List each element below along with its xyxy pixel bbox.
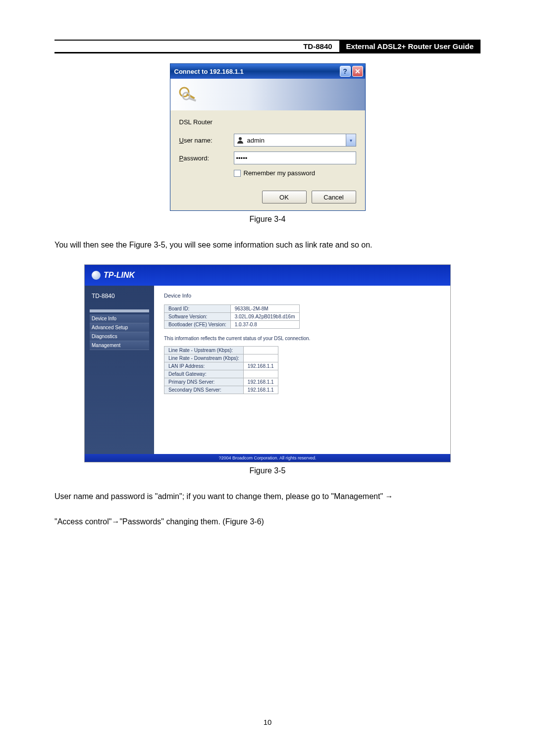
cell-downstream-label: Line Rate - Downstream (Kbps):: [164, 354, 244, 362]
auth-titlebar: Connect to 192.168.1.1 ? ✕: [170, 64, 365, 79]
sidebar-item-management[interactable]: Management: [90, 341, 149, 350]
cell-software-version-value: 3.02L.09.A2pB019b8.d16m: [230, 312, 299, 320]
help-button[interactable]: ?: [340, 66, 351, 77]
figure-caption-3-4: Figure 3-4: [54, 215, 481, 224]
help-icon: ?: [343, 67, 347, 75]
cell-bootloader-value: 1.0.37-0.8: [230, 320, 299, 328]
auth-dialog-title: Connect to 192.168.1.1: [174, 68, 244, 75]
figure-caption-3-5: Figure 3-5: [54, 466, 481, 475]
page-header: TD-8840 External ADSL2+ Router User Guid…: [54, 40, 481, 53]
cell-software-version-label: Software Version:: [164, 312, 231, 320]
page-number: 10: [0, 718, 535, 726]
cell-board-id-value: 96338L-2M-8M: [230, 304, 299, 312]
admin-topbar: TP-LINK: [85, 265, 450, 286]
cell-primary-dns-label: Primary DNS Server:: [164, 378, 244, 386]
chevron-down-icon[interactable]: ▾: [346, 134, 356, 146]
system-info-table: Board ID:96338L-2M-8M Software Version:3…: [164, 304, 300, 329]
cell-upstream-label: Line Rate - Upstream (Kbps):: [164, 346, 244, 354]
sidebar-item-diagnostics[interactable]: Diagnostics: [90, 332, 149, 341]
content-heading: Device Info: [164, 293, 440, 299]
password-label: Password:: [179, 154, 234, 162]
svg-point-4: [239, 137, 242, 140]
cell-lan-ip-label: LAN IP Address:: [164, 362, 244, 370]
cell-bootloader-label: Bootloader (CFE) Version:: [164, 320, 231, 328]
connection-info-table: Line Rate - Upstream (Kbps): Line Rate -…: [164, 346, 278, 394]
router-admin-screenshot: TP-LINK TD-8840 Device Info Advanced Set…: [84, 264, 451, 462]
status-note: This information reflects the current st…: [164, 336, 440, 341]
keys-icon: [176, 83, 199, 106]
body-paragraph-1: You will then see the Figure 3-5, you wi…: [54, 239, 481, 252]
username-value: admin: [247, 137, 265, 144]
password-value: •••••: [236, 154, 248, 162]
sidebar-item-device-info[interactable]: Device Info: [90, 314, 149, 323]
close-icon: ✕: [355, 67, 361, 75]
cancel-button[interactable]: Cancel: [312, 191, 356, 203]
cell-secondary-dns-label: Secondary DNS Server:: [164, 386, 244, 394]
auth-realm-label: DSL Router: [179, 118, 356, 126]
admin-sidebar: TD-8840 Device Info Advanced Setup Diagn…: [85, 286, 154, 454]
username-label: User name:: [179, 137, 234, 144]
cell-secondary-dns-value: 192.168.1.1: [243, 386, 278, 394]
cell-downstream-value: [243, 354, 278, 362]
tplink-logo: TP-LINK: [92, 271, 135, 280]
body-paragraph-2: User name and password is "admin"; if yo…: [54, 490, 481, 503]
remember-checkbox[interactable]: [234, 170, 241, 177]
close-button[interactable]: ✕: [352, 66, 363, 77]
cell-board-id-label: Board ID:: [164, 304, 231, 312]
cell-upstream-value: [243, 346, 278, 354]
auth-banner: [170, 79, 365, 110]
body-paragraph-3: "Access control"→"Passwords" changing th…: [54, 515, 481, 528]
remember-label: Remember my password: [244, 169, 316, 177]
sidebar-model: TD-8840: [90, 293, 149, 300]
password-input[interactable]: •••••: [234, 151, 356, 164]
tplink-logo-icon: [92, 271, 101, 280]
cell-primary-dns-value: 192.168.1.1: [243, 378, 278, 386]
admin-content: Device Info Board ID:96338L-2M-8M Softwa…: [154, 286, 450, 454]
sidebar-separator: [90, 304, 149, 312]
header-model: TD-8840: [296, 41, 339, 52]
cell-gateway-label: Default Gateway:: [164, 370, 244, 378]
auth-dialog: Connect to 192.168.1.1 ? ✕ DSL Router Us…: [170, 63, 366, 211]
person-icon: [236, 136, 244, 144]
ok-button[interactable]: OK: [262, 191, 307, 203]
username-combobox[interactable]: admin ▾: [234, 134, 356, 147]
admin-footer: ?2004 Broadcom Corporation. All rights r…: [85, 454, 450, 462]
cell-gateway-value: [243, 370, 278, 378]
cell-lan-ip-value: 192.168.1.1: [243, 362, 278, 370]
header-title: External ADSL2+ Router User Guide: [339, 41, 481, 52]
sidebar-item-advanced-setup[interactable]: Advanced Setup: [90, 323, 149, 332]
